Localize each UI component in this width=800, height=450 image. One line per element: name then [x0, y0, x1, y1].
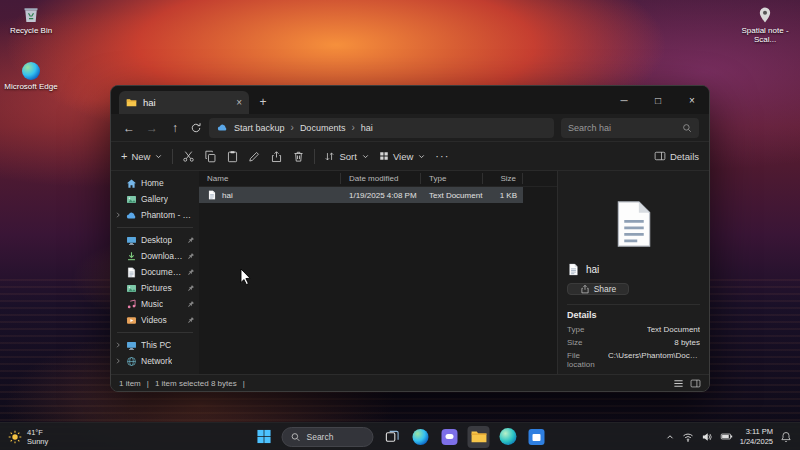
file-list-area[interactable]: Name Date modified Type Size hai 1/19/20… — [199, 171, 557, 374]
sidebar-item-onedrive[interactable]: Phantom - Persc — [111, 207, 199, 223]
edge-icon — [22, 62, 40, 80]
breadcrumb-hai[interactable]: hai — [361, 123, 373, 133]
toolbar-divider — [314, 149, 315, 164]
search-input[interactable]: Search hai — [561, 118, 699, 138]
column-header-date-modified[interactable]: Date modified — [341, 173, 421, 184]
onedrive-cloud-icon — [217, 122, 228, 133]
sidebar-item-documents[interactable]: Documents — [111, 264, 199, 280]
list-view-toggle-icon[interactable] — [673, 378, 684, 389]
new-button[interactable]: + New — [121, 150, 163, 162]
taskbar: 41°F Sunny Search — [0, 422, 800, 450]
desktop-icon-spatial-note[interactable]: Spatial note -Scal... — [736, 6, 794, 44]
desktop-icon-microsoft-edge[interactable]: Microsoft Edge — [2, 62, 60, 91]
text-file-icon — [207, 190, 217, 200]
minimize-button[interactable]: ─ — [607, 86, 641, 114]
detail-value[interactable]: C:\Users\Phantom\Documents — [608, 351, 700, 369]
delete-icon[interactable] — [292, 150, 305, 163]
taskbar-clock[interactable]: 3:11 PM 1/24/2025 — [740, 427, 773, 446]
sidebar-item-music[interactable]: Music — [111, 296, 199, 312]
downloads-icon — [126, 251, 137, 262]
sidebar-divider — [117, 227, 193, 228]
refresh-icon[interactable] — [190, 122, 202, 134]
chevron-right-icon[interactable] — [114, 211, 122, 219]
desktop-icon-label: Microsoft Edge — [4, 82, 57, 91]
taskbar-search-label: Search — [307, 432, 334, 442]
up-button[interactable]: ↑ — [167, 121, 183, 135]
hidden-icons-chevron-icon[interactable] — [665, 432, 675, 442]
sidebar-item-pictures[interactable]: Pictures — [111, 280, 199, 296]
task-view-icon — [384, 429, 399, 444]
detail-key: Size — [567, 338, 583, 347]
folder-icon — [126, 97, 137, 108]
start-button[interactable] — [253, 426, 275, 448]
music-icon — [126, 299, 137, 310]
taskbar-app-store[interactable] — [526, 426, 548, 448]
clock-time: 3:11 PM — [740, 427, 773, 436]
taskbar-app-edge[interactable] — [410, 426, 432, 448]
view-button[interactable]: View — [379, 151, 426, 162]
taskbar-weather-widget[interactable]: 41°F Sunny — [0, 428, 56, 446]
file-name: hai — [222, 191, 233, 200]
forward-button[interactable]: → — [144, 121, 160, 135]
toolbar-divider — [172, 149, 173, 164]
sidebar-item-network[interactable]: Network — [111, 353, 199, 369]
sort-button[interactable]: Sort — [324, 151, 369, 162]
file-row-hai[interactable]: hai 1/19/2025 4:08 PM Text Document 1 KB — [199, 187, 523, 203]
breadcrumb-start-backup[interactable]: Start backup — [234, 123, 285, 133]
close-button[interactable]: × — [675, 86, 709, 114]
explorer-tab[interactable]: hai × — [119, 91, 249, 114]
more-options-button[interactable]: ··· — [435, 150, 449, 162]
sidebar-item-desktop[interactable]: Desktop — [111, 232, 199, 248]
desktop: Recycle Bin Microsoft Edge Spatial note … — [0, 0, 800, 450]
this-pc-icon — [126, 340, 137, 351]
volume-icon[interactable] — [701, 431, 713, 443]
sort-icon — [324, 151, 335, 162]
wifi-icon[interactable] — [682, 431, 694, 443]
windows-logo-icon — [256, 429, 271, 444]
column-header-type[interactable]: Type — [421, 173, 483, 184]
notifications-bell-icon[interactable] — [780, 431, 792, 443]
paste-icon[interactable] — [226, 150, 239, 163]
maximize-button[interactable]: □ — [641, 86, 675, 114]
taskbar-app-file-explorer[interactable] — [468, 426, 490, 448]
details-pane-toggle[interactable]: Details — [654, 150, 699, 162]
copy-icon[interactable] — [204, 150, 217, 163]
sidebar-item-label: Documents — [141, 267, 183, 277]
cut-icon[interactable] — [182, 150, 195, 163]
item-count: 1 item — [119, 379, 141, 388]
sidebar-item-downloads[interactable]: Downloads — [111, 248, 199, 264]
taskbar-app-teal[interactable] — [497, 426, 519, 448]
column-header-name[interactable]: Name — [199, 173, 341, 184]
address-bar[interactable]: Start backup › Documents › hai — [209, 118, 554, 138]
weather-temperature: 41°F — [27, 428, 48, 437]
share-button[interactable]: Share — [567, 283, 629, 295]
sidebar-item-gallery[interactable]: Gallery — [111, 191, 199, 207]
taskbar-app-purple[interactable] — [439, 426, 461, 448]
large-icons-view-toggle-icon[interactable] — [690, 378, 701, 389]
sidebar-item-this-pc[interactable]: This PC — [111, 337, 199, 353]
sidebar-item-label: Network — [141, 356, 172, 366]
task-view-button[interactable] — [381, 426, 403, 448]
battery-icon[interactable] — [720, 430, 733, 443]
file-size: 1 KB — [483, 191, 523, 200]
sidebar-item-home[interactable]: Home — [111, 175, 199, 191]
chevron-right-icon[interactable] — [114, 341, 122, 349]
chevron-right-icon[interactable] — [114, 357, 122, 365]
share-icon — [580, 284, 590, 294]
edge-icon — [413, 429, 429, 445]
new-tab-button[interactable]: + — [253, 92, 273, 112]
preview-file-name: hai — [586, 264, 599, 275]
back-button[interactable]: ← — [121, 121, 137, 135]
column-header-size[interactable]: Size — [483, 173, 523, 184]
desktop-icon-recycle-bin[interactable]: Recycle Bin — [2, 4, 60, 35]
taskbar-search[interactable]: Search — [282, 427, 374, 447]
taskbar-center: Search — [253, 423, 548, 450]
rename-icon[interactable] — [248, 150, 261, 163]
sidebar-item-label: Downloads — [141, 251, 183, 261]
window-titlebar[interactable]: hai × + ─ □ × — [111, 86, 709, 114]
sidebar-item-videos[interactable]: Videos — [111, 312, 199, 328]
sidebar-item-label: Music — [141, 299, 163, 309]
tab-close-icon[interactable]: × — [236, 97, 242, 108]
breadcrumb-documents[interactable]: Documents — [300, 123, 346, 133]
share-icon[interactable] — [270, 150, 283, 163]
